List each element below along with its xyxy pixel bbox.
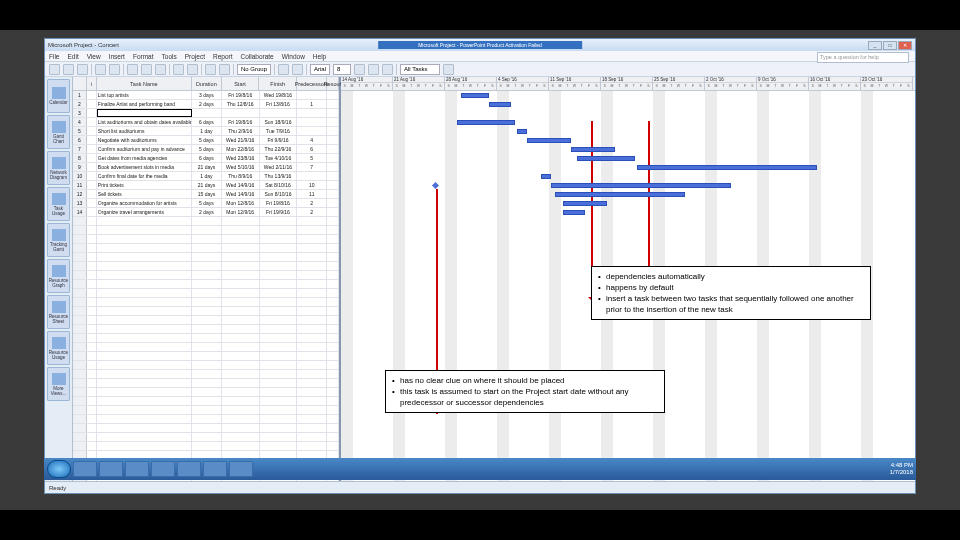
menu-file[interactable]: File	[49, 53, 59, 60]
table-row[interactable]	[73, 415, 339, 424]
table-row[interactable]	[73, 217, 339, 226]
table-row[interactable]	[73, 388, 339, 397]
autofilter-icon[interactable]	[443, 64, 454, 75]
bold-icon[interactable]	[354, 64, 365, 75]
col-start[interactable]: Start	[222, 77, 260, 90]
link-icon[interactable]	[205, 64, 216, 75]
viewbar-taskusage[interactable]: Task Usage	[47, 187, 70, 221]
viewbar-ressheet[interactable]: Resource Sheet	[47, 295, 70, 329]
table-row[interactable]	[73, 271, 339, 280]
table-row[interactable]	[73, 289, 339, 298]
menu-collaborate[interactable]: Collaborate	[240, 53, 273, 60]
italic-icon[interactable]	[368, 64, 379, 75]
col-res[interactable]: Resour	[327, 77, 339, 90]
table-row[interactable]	[73, 280, 339, 289]
viewbar-gantt[interactable]: Gantt Chart	[47, 115, 70, 149]
taskbar-project-icon[interactable]	[229, 461, 253, 477]
col-pred[interactable]: Predecessors	[297, 77, 327, 90]
taskbar-word-icon[interactable]	[177, 461, 201, 477]
menu-help[interactable]: Help	[313, 53, 326, 60]
gantt-bar[interactable]	[517, 129, 527, 134]
table-row[interactable]	[73, 370, 339, 379]
fontsize-select[interactable]: 8	[333, 64, 351, 75]
table-row[interactable]: 7Confirm auditorium and pay in advance5 …	[73, 145, 339, 154]
gantt-bar[interactable]	[637, 165, 817, 170]
table-row[interactable]	[73, 226, 339, 235]
table-row[interactable]	[73, 253, 339, 262]
menu-report[interactable]: Report	[213, 53, 233, 60]
table-row[interactable]: 5Short list auditoriums1 dayThu 2/9/16Tu…	[73, 127, 339, 136]
preview-icon[interactable]	[109, 64, 120, 75]
table-row[interactable]	[73, 262, 339, 271]
maximize-button[interactable]: □	[883, 41, 897, 50]
gantt-bar[interactable]	[563, 201, 607, 206]
table-row[interactable]	[73, 316, 339, 325]
menu-insert[interactable]: Insert	[109, 53, 125, 60]
gantt-bar[interactable]	[527, 138, 571, 143]
menu-tools[interactable]: Tools	[162, 53, 177, 60]
table-row[interactable]	[73, 397, 339, 406]
gantt-bar[interactable]	[555, 192, 685, 197]
table-row[interactable]	[73, 433, 339, 442]
gantt-bar[interactable]	[577, 156, 635, 161]
gantt-bar[interactable]	[457, 120, 515, 125]
col-indicator[interactable]: i	[87, 77, 97, 90]
menu-window[interactable]: Window	[282, 53, 305, 60]
gantt-bar[interactable]	[541, 174, 551, 179]
close-button[interactable]: ✕	[898, 41, 912, 50]
menu-project[interactable]: Project	[185, 53, 205, 60]
viewbar-calendar[interactable]: Calendar	[47, 79, 70, 113]
redo-icon[interactable]	[187, 64, 198, 75]
table-row[interactable]	[73, 244, 339, 253]
table-row[interactable]	[73, 424, 339, 433]
font-select[interactable]: Arial	[310, 64, 330, 75]
zoom-in-icon[interactable]	[278, 64, 289, 75]
col-taskname[interactable]: Task Name	[97, 77, 192, 90]
table-row[interactable]	[73, 352, 339, 361]
viewbar-resusage[interactable]: Resource Usage	[47, 331, 70, 365]
minimize-button[interactable]: _	[868, 41, 882, 50]
table-row[interactable]	[73, 361, 339, 370]
zoom-out-icon[interactable]	[292, 64, 303, 75]
taskbar-explorer-icon[interactable]	[99, 461, 123, 477]
new-icon[interactable]	[49, 64, 60, 75]
table-row[interactable]: 9Book advertisement slots in media21 day…	[73, 163, 339, 172]
table-row[interactable]: 8Get dates from media agencies6 daysWed …	[73, 154, 339, 163]
table-row[interactable]: 6Negotiate with auditoriums5 daysWed 21/…	[73, 136, 339, 145]
col-id[interactable]	[73, 77, 87, 90]
table-row[interactable]: 2Finalize Artist and performing band2 da…	[73, 100, 339, 109]
viewbar-resgraph[interactable]: Resource Graph	[47, 259, 70, 293]
table-row[interactable]	[73, 325, 339, 334]
table-row[interactable]: 14Organize travel arrangements2 daysMon …	[73, 208, 339, 217]
table-row[interactable]: 1List top artists3 daysFri 19/8/16Wed 19…	[73, 91, 339, 100]
table-row[interactable]	[73, 379, 339, 388]
gantt-bar[interactable]	[551, 183, 731, 188]
copy-icon[interactable]	[141, 64, 152, 75]
table-row[interactable]	[73, 307, 339, 316]
system-tray[interactable]: 4:48 PM 1/7/2018	[890, 462, 913, 476]
table-row[interactable]	[73, 298, 339, 307]
table-row[interactable]	[73, 442, 339, 451]
table-row[interactable]: 13Organize accommodation for artists5 da…	[73, 199, 339, 208]
table-row[interactable]: 3	[73, 109, 339, 118]
taskbar-powerpoint-icon[interactable]	[203, 461, 227, 477]
open-icon[interactable]	[63, 64, 74, 75]
save-icon[interactable]	[77, 64, 88, 75]
gantt-bar[interactable]	[489, 102, 511, 107]
cut-icon[interactable]	[127, 64, 138, 75]
gantt-bar[interactable]	[571, 147, 615, 152]
menu-edit[interactable]: Edit	[67, 53, 78, 60]
help-search[interactable]: Type a question for help	[817, 52, 909, 63]
start-button[interactable]	[47, 460, 71, 478]
menu-format[interactable]: Format	[133, 53, 154, 60]
paste-icon[interactable]	[155, 64, 166, 75]
table-row[interactable]: 12Sell tickets15 daysWed 14/9/16Sun 8/10…	[73, 190, 339, 199]
col-finish[interactable]: Finish	[259, 77, 297, 90]
viewbar-more[interactable]: More Views...	[47, 367, 70, 401]
filter-select[interactable]: All Tasks	[400, 64, 440, 75]
table-row[interactable]	[73, 406, 339, 415]
taskbar-chrome-icon[interactable]	[151, 461, 175, 477]
group-select[interactable]: No Group	[237, 64, 271, 75]
gantt-bar[interactable]	[563, 210, 585, 215]
table-row[interactable]	[73, 235, 339, 244]
